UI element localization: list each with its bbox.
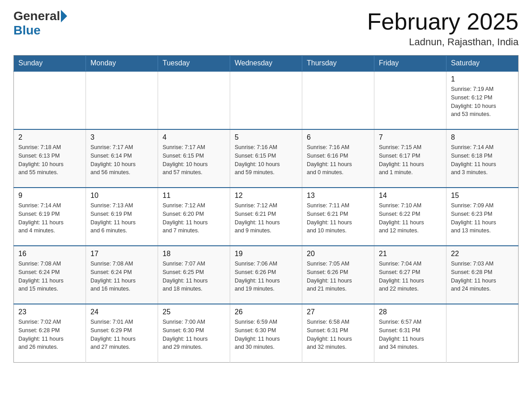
day-info: Sunrise: 7:07 AM Sunset: 6:25 PM Dayligh…: [163, 260, 225, 293]
calendar-cell: 18Sunrise: 7:07 AM Sunset: 6:25 PM Dayli…: [158, 246, 230, 304]
day-number: 6: [307, 133, 369, 141]
calendar-cell: 23Sunrise: 7:02 AM Sunset: 6:28 PM Dayli…: [14, 304, 86, 362]
day-info: Sunrise: 7:08 AM Sunset: 6:24 PM Dayligh…: [90, 260, 153, 293]
day-info: Sunrise: 6:57 AM Sunset: 6:31 PM Dayligh…: [379, 318, 442, 351]
calendar-cell: [14, 71, 86, 129]
day-info: Sunrise: 7:17 AM Sunset: 6:14 PM Dayligh…: [90, 143, 153, 177]
day-info: Sunrise: 7:02 AM Sunset: 6:28 PM Dayligh…: [18, 318, 81, 351]
day-number: 15: [451, 192, 514, 200]
day-info: Sunrise: 7:00 AM Sunset: 6:30 PM Dayligh…: [163, 318, 225, 351]
day-number: 8: [451, 133, 514, 141]
weekday-header-wednesday: Wednesday: [230, 56, 302, 72]
day-info: Sunrise: 7:13 AM Sunset: 6:19 PM Dayligh…: [90, 201, 153, 235]
day-info: Sunrise: 7:15 AM Sunset: 6:17 PM Dayligh…: [379, 143, 442, 177]
calendar-week-row: 2Sunrise: 7:18 AM Sunset: 6:13 PM Daylig…: [14, 129, 519, 188]
day-number: 23: [18, 308, 81, 316]
day-info: Sunrise: 7:11 AM Sunset: 6:21 PM Dayligh…: [307, 201, 369, 235]
day-info: Sunrise: 7:16 AM Sunset: 6:16 PM Dayligh…: [307, 143, 369, 177]
calendar-week-row: 9Sunrise: 7:14 AM Sunset: 6:19 PM Daylig…: [14, 188, 519, 246]
day-number: 14: [379, 192, 442, 200]
day-info: Sunrise: 7:17 AM Sunset: 6:15 PM Dayligh…: [163, 143, 225, 177]
calendar-table: SundayMondayTuesdayWednesdayThursdayFrid…: [13, 55, 519, 363]
day-number: 5: [235, 133, 297, 141]
day-info: Sunrise: 7:05 AM Sunset: 6:26 PM Dayligh…: [307, 260, 369, 293]
day-number: 19: [235, 250, 297, 258]
calendar-cell: 22Sunrise: 7:03 AM Sunset: 6:28 PM Dayli…: [446, 246, 519, 304]
weekday-header-saturday: Saturday: [446, 56, 519, 72]
calendar-cell: 26Sunrise: 6:59 AM Sunset: 6:30 PM Dayli…: [230, 304, 302, 362]
weekday-row: SundayMondayTuesdayWednesdayThursdayFrid…: [14, 56, 519, 72]
day-number: 24: [90, 308, 153, 316]
day-info: Sunrise: 7:03 AM Sunset: 6:28 PM Dayligh…: [451, 260, 514, 293]
calendar-cell: 1Sunrise: 7:19 AM Sunset: 6:12 PM Daylig…: [446, 71, 519, 129]
day-number: 11: [163, 192, 225, 200]
calendar-week-row: 23Sunrise: 7:02 AM Sunset: 6:28 PM Dayli…: [14, 304, 519, 362]
calendar-cell: 19Sunrise: 7:06 AM Sunset: 6:26 PM Dayli…: [230, 246, 302, 304]
day-number: 20: [307, 250, 369, 258]
calendar-cell: 2Sunrise: 7:18 AM Sunset: 6:13 PM Daylig…: [14, 129, 86, 188]
day-info: Sunrise: 6:59 AM Sunset: 6:30 PM Dayligh…: [235, 318, 297, 351]
day-number: 17: [90, 250, 153, 258]
weekday-header-friday: Friday: [374, 56, 446, 72]
day-number: 10: [90, 192, 153, 200]
calendar-cell: 4Sunrise: 7:17 AM Sunset: 6:15 PM Daylig…: [158, 129, 230, 188]
calendar-cell: 16Sunrise: 7:08 AM Sunset: 6:24 PM Dayli…: [14, 246, 86, 304]
weekday-header-sunday: Sunday: [14, 56, 86, 72]
calendar-cell: 10Sunrise: 7:13 AM Sunset: 6:19 PM Dayli…: [86, 188, 158, 246]
day-number: 26: [235, 308, 297, 316]
day-info: Sunrise: 7:14 AM Sunset: 6:18 PM Dayligh…: [451, 143, 514, 177]
month-title: February 2025: [367, 9, 519, 34]
weekday-header-monday: Monday: [86, 56, 158, 72]
day-info: Sunrise: 7:14 AM Sunset: 6:19 PM Dayligh…: [18, 201, 81, 235]
day-number: 27: [307, 308, 369, 316]
weekday-header-tuesday: Tuesday: [158, 56, 230, 72]
day-number: 12: [235, 192, 297, 200]
logo-blue-text: Blue: [13, 23, 41, 38]
day-number: 16: [18, 250, 81, 258]
calendar-cell: 13Sunrise: 7:11 AM Sunset: 6:21 PM Dayli…: [302, 188, 374, 246]
day-number: 18: [163, 250, 225, 258]
day-info: Sunrise: 7:12 AM Sunset: 6:20 PM Dayligh…: [163, 201, 225, 235]
calendar-cell: [86, 71, 158, 129]
day-info: Sunrise: 7:18 AM Sunset: 6:13 PM Dayligh…: [18, 143, 81, 177]
calendar-cell: 17Sunrise: 7:08 AM Sunset: 6:24 PM Dayli…: [86, 246, 158, 304]
calendar-cell: 14Sunrise: 7:10 AM Sunset: 6:22 PM Dayli…: [374, 188, 446, 246]
page-header: General Blue February 2025 Ladnun, Rajas…: [13, 9, 519, 48]
calendar-cell: 3Sunrise: 7:17 AM Sunset: 6:14 PM Daylig…: [86, 129, 158, 188]
day-info: Sunrise: 7:09 AM Sunset: 6:23 PM Dayligh…: [451, 201, 514, 235]
calendar-cell: [446, 304, 519, 362]
logo: General Blue: [13, 9, 68, 38]
weekday-header-thursday: Thursday: [302, 56, 374, 72]
calendar-cell: 25Sunrise: 7:00 AM Sunset: 6:30 PM Dayli…: [158, 304, 230, 362]
day-number: 7: [379, 133, 442, 141]
calendar-cell: 24Sunrise: 7:01 AM Sunset: 6:29 PM Dayli…: [86, 304, 158, 362]
day-number: 22: [451, 250, 514, 258]
calendar-header: SundayMondayTuesdayWednesdayThursdayFrid…: [14, 56, 519, 72]
calendar-cell: 8Sunrise: 7:14 AM Sunset: 6:18 PM Daylig…: [446, 129, 519, 188]
day-info: Sunrise: 7:04 AM Sunset: 6:27 PM Dayligh…: [379, 260, 442, 293]
day-number: 28: [379, 308, 442, 316]
logo-arrow-icon: [61, 10, 67, 22]
day-number: 25: [163, 308, 225, 316]
calendar-cell: 6Sunrise: 7:16 AM Sunset: 6:16 PM Daylig…: [302, 129, 374, 188]
title-section: February 2025 Ladnun, Rajasthan, India: [367, 9, 519, 48]
day-info: Sunrise: 7:19 AM Sunset: 6:12 PM Dayligh…: [451, 85, 514, 119]
day-info: Sunrise: 7:12 AM Sunset: 6:21 PM Dayligh…: [235, 201, 297, 235]
day-number: 1: [451, 75, 514, 83]
calendar-week-row: 16Sunrise: 7:08 AM Sunset: 6:24 PM Dayli…: [14, 246, 519, 304]
day-info: Sunrise: 7:10 AM Sunset: 6:22 PM Dayligh…: [379, 201, 442, 235]
day-info: Sunrise: 7:01 AM Sunset: 6:29 PM Dayligh…: [90, 318, 153, 351]
calendar-week-row: 1Sunrise: 7:19 AM Sunset: 6:12 PM Daylig…: [14, 71, 519, 129]
calendar-cell: 27Sunrise: 6:58 AM Sunset: 6:31 PM Dayli…: [302, 304, 374, 362]
day-number: 2: [18, 133, 81, 141]
calendar-cell: 28Sunrise: 6:57 AM Sunset: 6:31 PM Dayli…: [374, 304, 446, 362]
calendar-cell: [374, 71, 446, 129]
calendar-cell: 21Sunrise: 7:04 AM Sunset: 6:27 PM Dayli…: [374, 246, 446, 304]
day-number: 21: [379, 250, 442, 258]
day-info: Sunrise: 7:16 AM Sunset: 6:15 PM Dayligh…: [235, 143, 297, 177]
calendar-cell: 7Sunrise: 7:15 AM Sunset: 6:17 PM Daylig…: [374, 129, 446, 188]
calendar-body: 1Sunrise: 7:19 AM Sunset: 6:12 PM Daylig…: [14, 71, 519, 362]
location-text: Ladnun, Rajasthan, India: [367, 36, 519, 48]
day-info: Sunrise: 6:58 AM Sunset: 6:31 PM Dayligh…: [307, 318, 369, 351]
day-number: 4: [163, 133, 225, 141]
